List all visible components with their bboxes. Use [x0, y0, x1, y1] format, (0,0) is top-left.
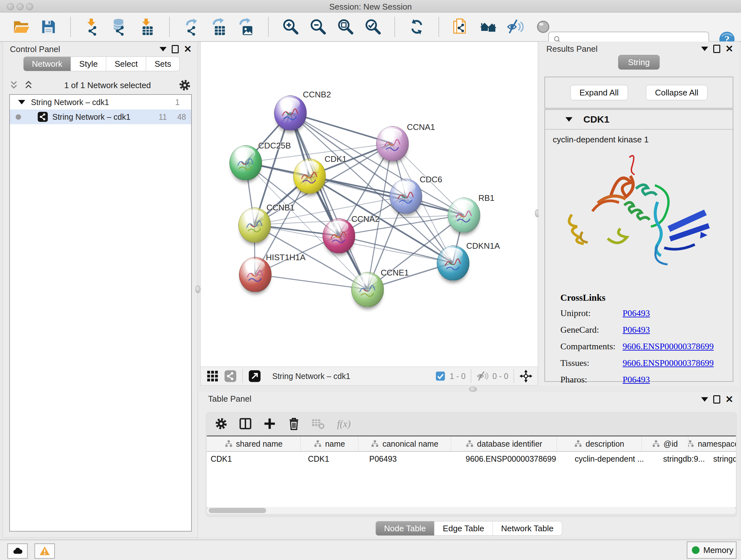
network-node-CDKN1A[interactable]: [437, 246, 469, 281]
string-homes-button[interactable]: [479, 18, 497, 36]
function-builder-icon[interactable]: f(x): [335, 416, 356, 431]
float-panel-icon[interactable]: [713, 45, 720, 53]
crosslink-link[interactable]: P06493: [623, 325, 650, 334]
import-table-button[interactable]: [138, 18, 156, 36]
column-header-description[interactable]: description: [557, 436, 642, 451]
node-label-CCNA2: CCNA2: [351, 214, 380, 224]
bottom-splitter-handle[interactable]: [469, 387, 477, 392]
crosslink-link[interactable]: 9606.ENSP00000378699: [623, 341, 714, 351]
gene-card-header[interactable]: CDK1: [545, 110, 733, 130]
table-cell[interactable]: stringdb:9...: [659, 452, 710, 466]
export-image-button[interactable]: [238, 18, 255, 36]
open-session-button[interactable]: [12, 18, 30, 36]
column-header--id[interactable]: @id: [642, 436, 688, 451]
network-canvas[interactable]: CCNB2CCNA1CDC25BCDK1CDC6RB1CCNB1CCNA2CDK…: [203, 42, 533, 366]
column-header-shared-name[interactable]: shared name: [207, 436, 300, 451]
close-panel-icon[interactable]: ✕: [725, 396, 733, 402]
column-header-namespace[interactable]: namespace: [688, 436, 736, 451]
tab-edge-table[interactable]: Edge Table: [434, 521, 493, 536]
open-view-icon[interactable]: [248, 369, 261, 383]
crosslink-link[interactable]: P06493: [623, 374, 650, 384]
network-node-CDK1[interactable]: [293, 159, 326, 194]
cloud-button[interactable]: [7, 543, 28, 559]
warnings-button[interactable]: [35, 543, 55, 559]
zoom-fit-button[interactable]: [336, 18, 354, 36]
tab-string[interactable]: String: [618, 55, 660, 70]
import-network-button[interactable]: [84, 18, 102, 36]
scrollbar-thumb[interactable]: [209, 508, 266, 513]
crosslink-link[interactable]: P06493: [623, 308, 650, 318]
refresh-button[interactable]: [408, 18, 426, 36]
close-panel-icon[interactable]: ✕: [725, 46, 733, 52]
table-cell[interactable]: CDK1: [207, 452, 304, 466]
tab-node-table[interactable]: Node Table: [376, 521, 434, 536]
left-splitter-handle[interactable]: [195, 286, 200, 293]
tab-sets[interactable]: Sets: [146, 57, 180, 71]
table-panel-tabs: Node TableEdge TableNetwork Table: [376, 521, 562, 536]
network-node-CDC25B[interactable]: [229, 145, 262, 180]
crosslink-label: Pharos:: [560, 374, 623, 385]
network-node-CDC6[interactable]: [390, 179, 422, 214]
float-panel-icon[interactable]: [172, 45, 179, 53]
collapse-panel-icon[interactable]: [701, 47, 708, 51]
tab-style[interactable]: Style: [71, 57, 106, 71]
column-header-canonical-name[interactable]: canonical name: [358, 436, 451, 451]
delete-table-icon[interactable]: [311, 416, 326, 431]
disclosure-triangle-icon[interactable]: [18, 100, 25, 105]
network-options-gear-icon[interactable]: [178, 78, 192, 92]
column-header-name[interactable]: name: [300, 436, 358, 451]
crosslink-link[interactable]: 9606.ENSP00000378699: [623, 358, 714, 368]
hide-selected-button[interactable]: [507, 18, 525, 36]
network-node-CCNE1[interactable]: [351, 272, 384, 307]
memory-button[interactable]: Memory: [687, 542, 737, 559]
table-cell[interactable]: cyclin-dependent ...: [571, 452, 659, 466]
collapse-panel-icon[interactable]: [159, 47, 166, 51]
export-network-button[interactable]: [183, 18, 200, 36]
network-row[interactable]: String Network – cdk1 11 48: [10, 110, 191, 124]
results-panel: Results Panel ✕ String Expand All Collap…: [539, 42, 739, 386]
delete-column-icon[interactable]: [286, 416, 301, 431]
network-node-CCNA1[interactable]: [376, 126, 409, 161]
network-node-CCNB1[interactable]: [239, 207, 271, 243]
add-column-icon[interactable]: [262, 416, 277, 431]
export-table-button[interactable]: [210, 18, 228, 36]
table-gear-icon[interactable]: [214, 416, 228, 431]
node-table[interactable]: shared namenamecanonical namedatabase id…: [207, 435, 736, 508]
table-cell[interactable]: P06493: [365, 452, 462, 466]
tab-select[interactable]: Select: [106, 57, 146, 71]
hidden-eye-icon[interactable]: [476, 370, 488, 382]
share-document-button[interactable]: [452, 18, 470, 36]
tab-network-table[interactable]: Network Table: [493, 521, 562, 536]
disclosure-triangle-icon[interactable]: [565, 117, 572, 122]
table-cell[interactable]: stringdb: [710, 452, 736, 466]
network-node-RB1[interactable]: [448, 198, 480, 233]
network-overview-icon[interactable]: [224, 369, 237, 383]
grid-view-icon[interactable]: [206, 369, 219, 383]
split-columns-icon[interactable]: [238, 416, 253, 431]
selected-nodes-checkbox[interactable]: [435, 371, 446, 381]
collapse-all-button[interactable]: Collapse All: [646, 85, 708, 100]
import-database-button[interactable]: [111, 18, 129, 36]
table-row[interactable]: CDK1CDK1P064939606.ENSP00000378699cyclin…: [207, 452, 736, 466]
zoom-in-button[interactable]: [281, 18, 299, 36]
zoom-out-button[interactable]: [309, 18, 327, 36]
collapse-all-networks-icon[interactable]: [8, 79, 21, 91]
table-cell[interactable]: CDK1: [304, 452, 365, 466]
column-header-database-identifier[interactable]: database identifier: [451, 436, 557, 451]
window-title: Session: New Session: [0, 2, 741, 12]
fit-selected-crosshair-icon[interactable]: [519, 369, 533, 383]
close-panel-icon[interactable]: ✕: [184, 46, 192, 52]
network-node-CCNB2[interactable]: [274, 96, 307, 131]
table-horizontal-scrollbar[interactable]: [207, 507, 736, 514]
network-collection-row[interactable]: String Network – cdk1 1: [10, 95, 191, 110]
zoom-selected-button[interactable]: [364, 18, 382, 36]
expand-all-networks-icon[interactable]: [23, 79, 36, 91]
table-cell[interactable]: 9606.ENSP00000378699: [462, 452, 571, 466]
save-session-button[interactable]: [40, 18, 57, 36]
collapse-panel-icon[interactable]: [701, 397, 708, 401]
network-view[interactable]: CCNB2CCNA1CDC25BCDK1CDC6RB1CCNB1CCNA2CDK…: [200, 42, 538, 367]
network-node-CCNA2[interactable]: [323, 219, 355, 253]
tab-network[interactable]: Network: [23, 57, 71, 71]
expand-all-button[interactable]: Expand All: [570, 85, 628, 100]
float-panel-icon[interactable]: [713, 395, 720, 403]
